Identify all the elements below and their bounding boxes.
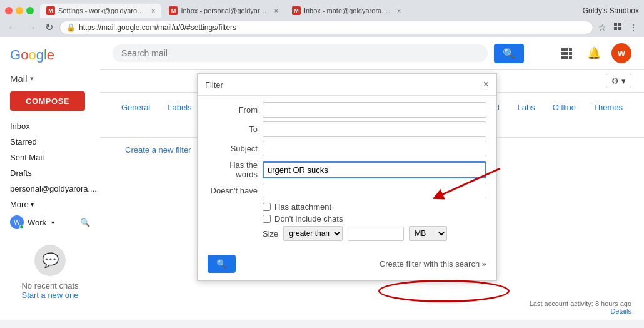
create-filter-link[interactable]: Create a new filter — [113, 139, 204, 161]
url-text: https://mail.google.com/mail/u/0/#settin… — [79, 23, 586, 32]
svg-rect-12 — [569, 56, 572, 59]
header-icons: 🔔 W — [556, 43, 631, 63]
tab-title-1: Settings - work@goldyarora.c... — [58, 7, 146, 14]
user-avatar[interactable]: W — [611, 43, 631, 63]
mail-text: Mail — [10, 73, 28, 84]
search-button[interactable]: 🔍 — [494, 44, 524, 63]
svg-rect-1 — [618, 23, 621, 26]
minimize-window-btn[interactable] — [16, 7, 23, 14]
size-value-input[interactable] — [348, 227, 404, 241]
subject-input[interactable] — [263, 141, 486, 156]
tab-close-3[interactable]: × — [397, 7, 401, 14]
tab-labels[interactable]: Labels — [159, 98, 200, 137]
dialog-body: From To Subject Has the words Doesn't ha… — [198, 96, 496, 250]
bottom-status: Last account activity: 8 hours ago Detai… — [530, 300, 631, 315]
size-row: Size greater than less than MB KB Bytes — [263, 226, 486, 241]
work-dropdown-arrow: ▾ — [51, 219, 54, 226]
refresh-button[interactable]: ↻ — [43, 20, 56, 34]
dialog-close-button[interactable]: × — [483, 79, 489, 90]
tab-labs[interactable]: Labs — [508, 98, 543, 137]
sidebar-item-drafts[interactable]: Drafts — [0, 165, 100, 181]
has-attachment-row: Has attachment — [263, 202, 486, 212]
tab-personal-inbox[interactable]: M Inbox - personal@goldyarora.... × — [163, 4, 284, 18]
tab-mate-inbox[interactable]: M Inbox - mate@goldyarora.com × — [286, 4, 407, 18]
tab-favicon-3: M — [292, 6, 301, 15]
tab-settings[interactable]: M Settings - work@goldyarora.c... × — [40, 4, 161, 18]
extensions-icon[interactable] — [611, 20, 624, 34]
gear-icon: ⚙ — [611, 76, 619, 86]
forward-button[interactable]: → — [24, 21, 39, 34]
tab-general[interactable]: General — [113, 98, 159, 137]
sidebar-item-work[interactable]: W Work ▾ 🔍 — [0, 212, 100, 232]
dialog-header: Filter × — [198, 74, 496, 96]
more-label: More — [10, 200, 29, 209]
to-input[interactable] — [263, 121, 486, 137]
work-status-dot — [19, 225, 24, 229]
subject-label: Subject — [208, 144, 258, 153]
inbox-label: Inbox — [10, 121, 30, 131]
close-window-btn[interactable] — [5, 7, 13, 14]
size-unit-select[interactable]: MB KB Bytes — [409, 226, 447, 241]
google-logo: Google — [0, 42, 100, 71]
to-row: To — [208, 121, 486, 137]
last-activity-text: Last account activity: 8 hours ago — [530, 300, 631, 307]
sidebar-item-more[interactable]: More ▾ — [0, 197, 100, 212]
sidebar-item-starred[interactable]: Starred — [0, 134, 100, 150]
maximize-window-btn[interactable] — [26, 7, 34, 14]
doesnt-have-input[interactable] — [263, 183, 486, 198]
size-comparison-select[interactable]: greater than less than — [283, 226, 343, 241]
has-words-input[interactable] — [263, 161, 486, 178]
more-dropdown-arrow: ▾ — [31, 201, 34, 208]
sidebar-item-personal[interactable]: personal@goldyarora.... — [0, 181, 100, 197]
search-bar[interactable] — [113, 44, 488, 62]
tab-favicon-2: M — [169, 6, 178, 15]
work-label: Work — [28, 218, 46, 227]
lock-icon: 🔒 — [66, 23, 76, 32]
dont-include-chats-row: Don't include chats — [263, 214, 486, 223]
dont-include-chats-checkbox[interactable] — [263, 215, 271, 223]
tab-close-2[interactable]: × — [274, 7, 278, 14]
svg-rect-6 — [569, 48, 572, 51]
sidebar: Google Mail ▾ COMPOSE Inbox Starred Sent… — [0, 37, 100, 320]
search-icon: 🔍 — [503, 48, 515, 59]
search-input[interactable] — [121, 48, 479, 58]
has-words-row: Has the words — [208, 160, 486, 179]
sidebar-item-inbox[interactable]: Inbox — [0, 118, 100, 134]
sent-label: Sent Mail — [10, 153, 44, 162]
tab-close-1[interactable]: × — [151, 7, 155, 14]
settings-gear-button[interactable]: ⚙ ▾ — [606, 74, 631, 88]
menu-icon[interactable]: ⋮ — [628, 21, 639, 34]
work-avatar: W — [10, 215, 24, 229]
svg-rect-10 — [561, 56, 565, 59]
details-link[interactable]: Details — [530, 307, 631, 315]
svg-rect-7 — [561, 52, 565, 55]
tab-themes[interactable]: Themes — [585, 98, 631, 137]
to-label: To — [208, 125, 258, 134]
red-oval-annotation — [378, 280, 510, 302]
create-filter-with-search-button[interactable]: Create filter with this search » — [380, 259, 486, 269]
has-attachment-checkbox[interactable] — [263, 203, 271, 211]
nav-actions: ☆ ⋮ — [597, 20, 639, 34]
from-row: From — [208, 102, 486, 118]
no-chats-text: No recent chats — [10, 281, 90, 290]
dialog-search-button[interactable]: 🔍 — [208, 255, 236, 273]
compose-button[interactable]: COMPOSE — [10, 91, 85, 111]
dont-include-chats-label: Don't include chats — [274, 214, 343, 223]
chat-bubble-icon: 💬 — [34, 245, 66, 276]
tab-offline[interactable]: Offline — [544, 98, 585, 137]
back-button[interactable]: ← — [5, 21, 20, 34]
mail-dropdown-arrow: ▾ — [30, 74, 34, 83]
apps-grid-icon[interactable] — [556, 43, 576, 63]
svg-rect-4 — [561, 48, 565, 51]
notifications-icon[interactable]: 🔔 — [584, 43, 604, 63]
doesnt-have-row: Doesn't have — [208, 183, 486, 198]
sidebar-search-icon[interactable]: 🔍 — [80, 218, 90, 227]
bookmark-icon[interactable]: ☆ — [597, 21, 608, 34]
url-bar[interactable]: 🔒 https://mail.google.com/mail/u/0/#sett… — [59, 21, 593, 34]
sidebar-item-sent[interactable]: Sent Mail — [0, 150, 100, 165]
start-new-chat-link[interactable]: Start a new one — [21, 290, 78, 300]
from-input[interactable] — [263, 102, 486, 118]
svg-rect-11 — [565, 56, 568, 59]
chat-section: 💬 No recent chats Start a new one — [0, 232, 100, 312]
mail-label[interactable]: Mail ▾ — [0, 71, 100, 89]
